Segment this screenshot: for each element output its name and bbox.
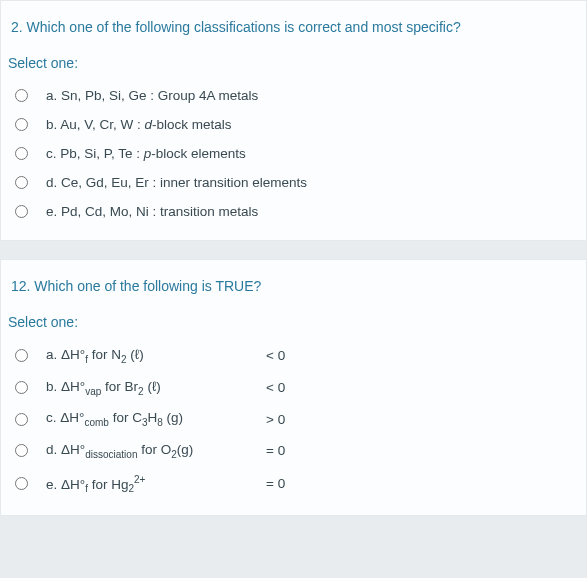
option-value: < 0 xyxy=(266,348,285,363)
option-radio[interactable] xyxy=(15,176,28,189)
select-one-label: Select one: xyxy=(1,314,586,340)
option-row-c[interactable]: c. Pb, Si, P, Te : p-block elements xyxy=(11,139,576,168)
option-label: e. ΔH°f for Hg22+ xyxy=(46,474,266,494)
question-block-12: 12. Which one of the following is TRUE? … xyxy=(0,259,587,516)
option-label: b. ΔH°vap for Br2 (ℓ) xyxy=(46,379,266,397)
option-row-e[interactable]: e. ΔH°f for Hg22+ = 0 xyxy=(11,467,576,501)
question-text: 2. Which one of the following classifica… xyxy=(1,1,586,55)
option-row-a[interactable]: a. Sn, Pb, Si, Ge : Group 4A metals xyxy=(11,81,576,110)
option-row-a[interactable]: a. ΔH°f for N2 (ℓ) < 0 xyxy=(11,340,576,372)
option-row-e[interactable]: e. Pd, Cd, Mo, Ni : transition metals xyxy=(11,197,576,226)
option-label: c. ΔH°comb for C3H8 (g) xyxy=(46,410,266,428)
option-value: = 0 xyxy=(266,443,285,458)
option-row-d[interactable]: d. ΔH°dissociation for O2(g) = 0 xyxy=(11,435,576,467)
question-block-2: 2. Which one of the following classifica… xyxy=(0,0,587,241)
question-text: 12. Which one of the following is TRUE? xyxy=(1,260,586,314)
option-radio[interactable] xyxy=(15,205,28,218)
option-label: c. Pb, Si, P, Te : p-block elements xyxy=(46,146,246,161)
option-radio[interactable] xyxy=(15,444,28,457)
option-radio[interactable] xyxy=(15,147,28,160)
question-prompt: Which one of the following classificatio… xyxy=(27,19,461,35)
option-label: a. ΔH°f for N2 (ℓ) xyxy=(46,347,266,365)
option-label: d. ΔH°dissociation for O2(g) xyxy=(46,442,266,460)
option-radio[interactable] xyxy=(15,381,28,394)
option-radio[interactable] xyxy=(15,349,28,362)
question-number: 12 xyxy=(11,278,27,294)
option-radio[interactable] xyxy=(15,89,28,102)
option-label: e. Pd, Cd, Mo, Ni : transition metals xyxy=(46,204,258,219)
option-row-d[interactable]: d. Ce, Gd, Eu, Er : inner transition ele… xyxy=(11,168,576,197)
option-label: d. Ce, Gd, Eu, Er : inner transition ele… xyxy=(46,175,307,190)
option-value: < 0 xyxy=(266,380,285,395)
option-value: > 0 xyxy=(266,412,285,427)
option-label: a. Sn, Pb, Si, Ge : Group 4A metals xyxy=(46,88,258,103)
question-prompt: Which one of the following is TRUE? xyxy=(34,278,261,294)
options-list: a. ΔH°f for N2 (ℓ) < 0 b. ΔH°vap for Br2… xyxy=(1,340,586,515)
option-label: b. Au, V, Cr, W : d-block metals xyxy=(46,117,232,132)
option-row-c[interactable]: c. ΔH°comb for C3H8 (g) > 0 xyxy=(11,403,576,435)
option-radio[interactable] xyxy=(15,477,28,490)
option-row-b[interactable]: b. ΔH°vap for Br2 (ℓ) < 0 xyxy=(11,372,576,404)
question-number: 2 xyxy=(11,19,19,35)
option-radio[interactable] xyxy=(15,413,28,426)
option-radio[interactable] xyxy=(15,118,28,131)
select-one-label: Select one: xyxy=(1,55,586,81)
option-row-b[interactable]: b. Au, V, Cr, W : d-block metals xyxy=(11,110,576,139)
option-value: = 0 xyxy=(266,476,285,491)
options-list: a. Sn, Pb, Si, Ge : Group 4A metals b. A… xyxy=(1,81,586,240)
